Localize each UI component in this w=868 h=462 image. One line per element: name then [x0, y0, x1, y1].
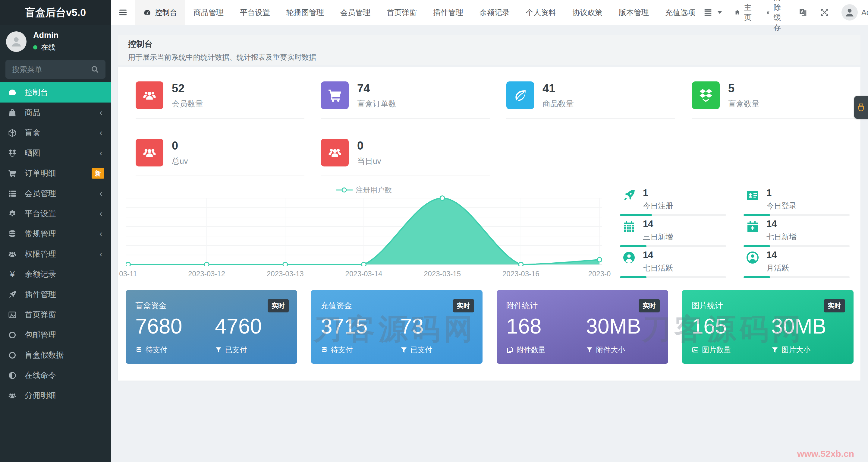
calendar-plus-icon	[745, 219, 760, 234]
tab-plugin-mgmt[interactable]: 插件管理	[425, 0, 471, 25]
sidebar-item-home-popup[interactable]: 首页弹窗	[0, 305, 111, 325]
sidebar-item-members[interactable]: 会员管理	[0, 183, 111, 204]
tab-goods-mgmt[interactable]: 商品管理	[185, 0, 232, 25]
sidebar-item-gallery[interactable]: 晒图	[0, 143, 111, 163]
sidebar-menu: 控制台 商品 盲盒 晒图 订单明细新 会员管理 平台设置 常规管理 权限管理 ¥…	[0, 82, 111, 406]
card-title: 充值资金	[321, 300, 352, 311]
sidebar-item-label: 权限管理	[25, 249, 56, 259]
user-icon	[844, 7, 855, 18]
tab-version-mgmt[interactable]: 版本管理	[611, 0, 657, 25]
divider	[692, 118, 861, 119]
registered-users-chart	[126, 191, 602, 266]
mini-stat-7day-new: 14 七日新增	[744, 219, 862, 248]
user-circle-icon	[745, 250, 760, 265]
sidebar-item-label: 分佣明细	[25, 390, 56, 401]
sidebar-item-orders[interactable]: 订单明细新	[0, 163, 111, 183]
search-icon[interactable]	[90, 65, 99, 74]
mini-stat-label: 月活跃	[767, 263, 789, 273]
progress-bar	[620, 276, 726, 278]
language-button[interactable]	[798, 7, 808, 17]
tab-recharge-options[interactable]: 充值选项	[657, 0, 704, 25]
tab-carousel-mgmt[interactable]: 轮播图管理	[278, 0, 332, 25]
tab-label: 充值选项	[665, 7, 695, 18]
sidebar-item-goods[interactable]: 商品	[0, 103, 111, 123]
expand-icon	[820, 7, 830, 17]
sidebar-item-label: 插件管理	[25, 289, 56, 300]
trash-icon	[767, 8, 770, 17]
dashboard-panel: 52会员数量 74盲盒订单数 41商品数量 5盲盒数量 0总uv 0当日uv	[118, 67, 861, 381]
card-title: 盲盒资金	[135, 300, 167, 311]
cart-icon	[321, 81, 349, 109]
stat-value: 52	[172, 82, 203, 95]
card-sublabel: 已支付	[410, 345, 432, 355]
sidebar-toggle-button[interactable]	[111, 0, 135, 25]
mini-stat-7day-active: 14 七日活跃	[620, 250, 738, 279]
tab-platform-settings[interactable]: 平台设置	[232, 0, 278, 25]
home-label: 主页	[744, 2, 754, 22]
image-icon	[692, 346, 699, 353]
sidebar-item-fake-data[interactable]: 盲盒假数据	[0, 345, 111, 365]
sidebar-item-label: 在线命令	[25, 370, 56, 381]
tab-balance-records[interactable]: 余额记录	[471, 0, 518, 25]
stat-members: 52会员数量	[135, 81, 203, 109]
card-attachment-stats: 附件统计 实时 168 30MB 附件数量 附件大小	[497, 290, 668, 364]
sidebar-item-dashboard[interactable]: 控制台	[0, 82, 111, 103]
site-watermark: www.52xb.cn	[797, 449, 854, 459]
sidebar-item-label: 商品	[25, 107, 40, 118]
user-menu[interactable]: Admin	[841, 4, 868, 21]
tab-member-mgmt[interactable]: 会员管理	[332, 0, 378, 25]
circle-icon	[8, 330, 17, 340]
home-button[interactable]: 主页	[734, 2, 754, 22]
user-icon	[9, 35, 23, 49]
plugin-side-tab[interactable]	[854, 96, 868, 119]
caret-down-icon	[717, 11, 722, 14]
fullscreen-button[interactable]	[820, 7, 830, 17]
sidebar-item-balance[interactable]: ¥余额记录	[0, 264, 111, 284]
card-recharge-funds: 充值资金 实时 3715 73 待支付 已支付	[311, 290, 483, 364]
sidebar-item-label: 首页弹窗	[25, 310, 56, 320]
x-tick-label: 03-11	[119, 269, 137, 278]
tab-label: 插件管理	[433, 7, 463, 18]
card-image-stats: 图片统计 实时 165 30MB 图片数量 图片大小	[682, 290, 854, 364]
sidebar-item-blindbox[interactable]: 盲盒	[0, 123, 111, 143]
card-title: 附件统计	[506, 300, 538, 311]
card-value: 7680	[135, 314, 182, 338]
card-sublabel: 附件大小	[596, 345, 625, 355]
adjust-icon	[8, 371, 17, 380]
home-icon	[734, 8, 741, 17]
stat-value: 41	[542, 82, 574, 95]
tab-list-dropdown[interactable]	[704, 8, 722, 17]
tab-label: 余额记录	[479, 7, 510, 18]
sidebar-item-label: 盲盒假数据	[25, 350, 64, 360]
sidebar-item-permissions[interactable]: 权限管理	[0, 244, 111, 264]
divider	[321, 118, 490, 119]
card-sublabel: 图片大小	[781, 345, 810, 355]
sidebar-item-shipping[interactable]: 包邮管理	[0, 325, 111, 345]
progress-bar	[620, 214, 726, 216]
x-tick-label: 2023-0	[588, 269, 611, 278]
filter-icon	[215, 346, 222, 353]
leaf-icon	[506, 81, 534, 109]
cart-icon	[8, 169, 17, 178]
sidebar-item-label: 控制台	[25, 87, 48, 98]
card-value: 4760	[215, 314, 262, 338]
mini-stat-value: 1	[643, 187, 648, 198]
chart-x-axis: 03-112023-03-122023-03-132023-03-142023-…	[126, 269, 602, 280]
tab-home-popup[interactable]: 首页弹窗	[378, 0, 425, 25]
tab-profile[interactable]: 个人资料	[518, 0, 564, 25]
tab-policy[interactable]: 协议政策	[564, 0, 611, 25]
divider	[321, 175, 490, 176]
tab-dashboard[interactable]: 控制台	[135, 0, 185, 25]
mini-stat-label: 七日新增	[767, 232, 797, 242]
card-sublabel: 待支付	[331, 345, 352, 355]
sidebar-item-plugins[interactable]: 插件管理	[0, 284, 111, 305]
stat-value: 5	[728, 82, 760, 95]
copy-icon	[506, 346, 514, 353]
sidebar-item-commission[interactable]: 分佣明细	[0, 385, 111, 406]
sidebar-item-platform-settings[interactable]: 平台设置	[0, 204, 111, 224]
list-icon	[704, 8, 712, 17]
clear-cache-button[interactable]: 清除缓存	[767, 0, 786, 32]
sidebar-item-online-command[interactable]: 在线命令	[0, 365, 111, 385]
sidebar-item-general[interactable]: 常规管理	[0, 224, 111, 244]
user-name: Admin	[861, 8, 868, 17]
